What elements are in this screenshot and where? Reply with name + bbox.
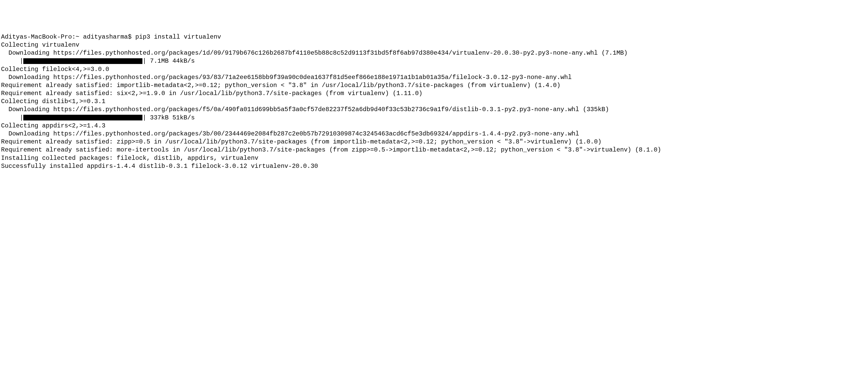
progress-suffix: | 7.1MB 44kB/s <box>143 57 195 65</box>
progress-line: || 337kB 51kB/s <box>1 114 867 122</box>
progress-bar-icon <box>23 58 143 64</box>
output-line: Successfully installed appdirs-1.4.4 dis… <box>1 162 867 170</box>
output-line: Collecting appdirs<2,>=1.4.3 <box>1 122 867 130</box>
progress-prefix: | <box>1 57 23 65</box>
output-line: Requirement already satisfied: more-iter… <box>1 146 867 154</box>
output-line: Requirement already satisfied: importlib… <box>1 81 867 89</box>
prompt-line: Adityas-MacBook-Pro:~ adityasharma$ pip3… <box>1 33 867 41</box>
output-line: Downloading https://files.pythonhosted.o… <box>1 130 867 138</box>
shell-prompt: Adityas-MacBook-Pro:~ adityasharma$ <box>1 33 135 40</box>
output-line: Downloading https://files.pythonhosted.o… <box>1 105 867 114</box>
progress-line: || 7.1MB 44kB/s <box>1 57 867 65</box>
terminal-output[interactable]: Adityas-MacBook-Pro:~ adityasharma$ pip3… <box>1 33 867 170</box>
output-line: Collecting distlib<1,>=0.3.1 <box>1 97 867 105</box>
output-line: Downloading https://files.pythonhosted.o… <box>1 49 867 57</box>
progress-prefix: | <box>1 114 23 122</box>
output-line: Requirement already satisfied: zipp>=0.5… <box>1 138 867 146</box>
progress-suffix: | 337kB 51kB/s <box>143 114 195 122</box>
output-line: Requirement already satisfied: six<2,>=1… <box>1 89 867 97</box>
progress-bar-icon <box>23 115 143 120</box>
output-line: Installing collected packages: filelock,… <box>1 154 867 162</box>
output-line: Collecting filelock<4,>=3.0.0 <box>1 65 867 73</box>
command-text: pip3 install virtualenv <box>135 33 221 40</box>
output-line: Downloading https://files.pythonhosted.o… <box>1 73 867 81</box>
output-line: Collecting virtualenv <box>1 41 867 49</box>
